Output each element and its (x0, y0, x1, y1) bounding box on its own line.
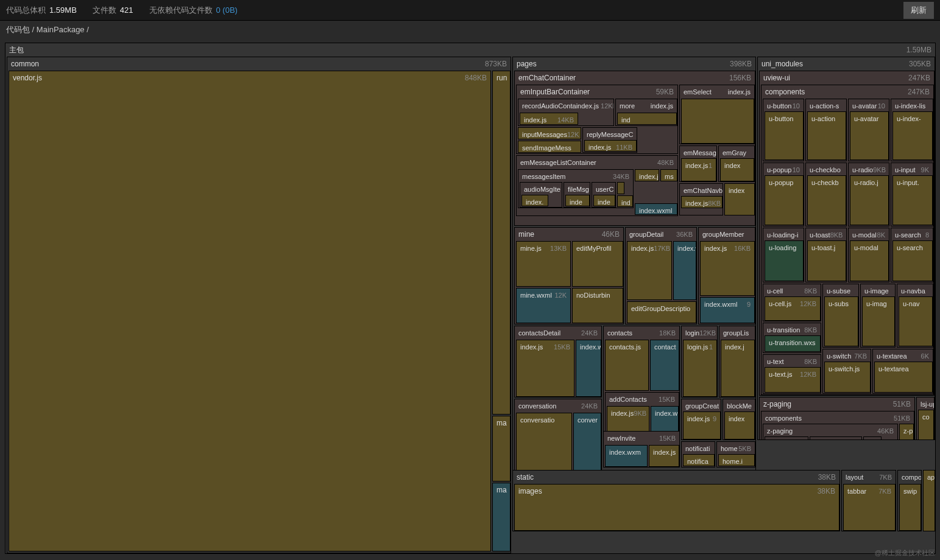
node-run[interactable]: run (492, 71, 511, 415)
node-login[interactable]: login12KB login.js1 (681, 326, 718, 397)
leaf[interactable]: index (724, 183, 755, 215)
node-msgItem[interactable]: messagesItem34KB audioMsgIteindex. fileM… (518, 169, 634, 208)
leaf[interactable]: mine.js13KB (516, 241, 571, 287)
refresh-button[interactable]: 刷新 (903, 2, 934, 19)
node-emMessage[interactable]: emMessagindex.js1 (679, 145, 717, 182)
node-common[interactable]: common873KB vendor.js848KB run ma ma (7, 57, 511, 553)
leaf[interactable]: index.wxm (605, 445, 648, 467)
node-usearch[interactable]: u-search8u-search (891, 228, 933, 282)
leaf[interactable]: ms (660, 169, 677, 181)
node-notif[interactable]: notificatinotifica (681, 441, 715, 467)
node-uview-comp[interactable]: components247KB u-button10u-button u-act… (761, 85, 934, 395)
node-tabbar[interactable]: tabbar7KB (843, 484, 896, 531)
node-uni[interactable]: uni_modules305KB uview-ui247KB component… (757, 57, 935, 440)
leaf[interactable]: index.w (576, 340, 601, 397)
node-home[interactable]: home5KBhome.i (716, 441, 755, 467)
node-lsj[interactable]: lsj-upco (916, 397, 935, 440)
node-zp[interactable]: z-paging46KB componenz-Daz-D z-paging wx… (763, 424, 898, 440)
node-newInvite[interactable]: newInvite15KB index.wxm index.js (603, 431, 680, 467)
node-utrans[interactable]: u-transition8KBu-transition.wxs (763, 323, 821, 353)
leaf[interactable]: login.js1 (683, 340, 717, 397)
leaf[interactable]: z-p (899, 424, 914, 440)
leaf[interactable]: ind (617, 113, 677, 125)
node-emSelect[interactable]: emSelectindex.js (679, 85, 755, 144)
leaf[interactable]: index.w (673, 241, 696, 300)
node-uview[interactable]: uview-ui247KB components247KB u-button10… (759, 71, 935, 396)
leaf[interactable]: index.j (635, 169, 659, 181)
node-inputMsg[interactable]: inputMessages12K (518, 127, 581, 139)
node-utext[interactable]: u-text8KBu-text.js12KB (763, 354, 821, 394)
leaf[interactable]: componenz-Daz-D (765, 436, 808, 440)
node-groupDetail[interactable]: groupDetail36KB index.js17KB index.w edi… (625, 227, 697, 324)
leaf[interactable]: userCinde (592, 182, 616, 208)
leaf[interactable]: editMyProfil (572, 241, 623, 287)
node-ucell[interactable]: u-cell8KBu-cell.js12KB (763, 284, 821, 321)
leaf[interactable]: mine.wxml12K (516, 288, 571, 323)
leaf[interactable]: index.js (649, 445, 679, 467)
node-emChat[interactable]: emChatContainer156KB emInputBarContainer… (514, 71, 755, 226)
node-images[interactable]: images38KB (514, 484, 839, 531)
node-reply[interactable]: replyMessageC index.js11KB (582, 127, 637, 153)
leaf[interactable]: index.j (721, 340, 755, 397)
node-uinput[interactable]: u-input9Ku-input. (891, 163, 933, 226)
breadcrumb[interactable]: 代码包 / MainPackage / (0, 21, 940, 39)
leaf[interactable]: index.js14KB (520, 113, 578, 125)
leaf[interactable]: fileMsginde (564, 182, 590, 208)
node-ma2[interactable]: ma (492, 483, 511, 551)
node-groupMembers[interactable]: groupMember index.js16KB index.wxml9 (698, 227, 755, 324)
node-emInput[interactable]: emInputBarContainer59KB recordAudioConta… (516, 85, 678, 154)
node-contactsDetail[interactable]: contactsDetail24KB index.js15KB index.w (514, 326, 602, 397)
node-utextarea[interactable]: u-textarea6Ku-textarea (872, 349, 933, 394)
node-emNav[interactable]: emChatNavbindex.js8KB (679, 183, 723, 215)
node-emList[interactable]: emMessageListContainer48KB messagesItem3… (516, 155, 678, 216)
node-uloading[interactable]: u-loading-iu-loading (763, 228, 804, 282)
leaf[interactable]: index.js17KB (627, 241, 672, 300)
node-sendImg[interactable]: sendImageMess (518, 141, 581, 153)
leaf[interactable] (617, 182, 624, 194)
node-more[interactable]: moreindex.js ind (615, 99, 677, 126)
node-upopup[interactable]: u-popup10u-popup (763, 163, 804, 226)
leaf[interactable]: index.wxml9 (700, 297, 755, 323)
leaf[interactable]: index.js16KB (700, 241, 755, 296)
leaf[interactable]: index.js11KB (584, 140, 637, 152)
node-pages[interactable]: pages398KB emChatContainer156KB emInputB… (512, 57, 756, 531)
node-usubse[interactable]: u-subseu-subs (822, 284, 859, 348)
leaf[interactable]: editGroupDescriptio (627, 301, 696, 323)
node-groupCreate[interactable]: groupCreatindex.js9 (681, 399, 721, 440)
leaf[interactable]: z-pz (863, 436, 882, 440)
node-uavatar[interactable]: u-avatar10u-avatar (848, 99, 889, 161)
node-umodal[interactable]: u-modal8Ku-modal (848, 228, 889, 282)
leaf[interactable]: index.js15KB (516, 340, 574, 397)
treemap-root[interactable]: 主包1.59MB common873KB vendor.js848KB run … (5, 43, 936, 554)
node-utoast[interactable]: u-toast8KBu-toast.j (805, 228, 847, 282)
leaf[interactable]: index.wxml (635, 203, 677, 215)
leaf[interactable]: ind (617, 195, 633, 207)
node-ucheck[interactable]: u-checkbou-checkb (805, 163, 847, 226)
node-zpaging-comp[interactable]: components51KB z-paging46KB componenz-Da… (761, 411, 914, 440)
node-static[interactable]: static38KB images38KB (512, 470, 840, 531)
leaf[interactable]: contact (650, 340, 679, 391)
node-uswitch[interactable]: u-switch7KBu-switch.js (822, 349, 871, 394)
node-vendor[interactable]: vendor.js848KB (9, 71, 491, 551)
node-uimage[interactable]: u-imageu-imag (860, 284, 896, 348)
leaf[interactable]: noDisturbin (572, 288, 623, 323)
leaf[interactable] (681, 99, 754, 144)
node-uradio[interactable]: u-radio9KBu-radio.j (848, 163, 889, 226)
node-recordAudio[interactable]: recordAudioContaindex.js 12KB index.js14… (518, 99, 614, 126)
node-compo[interactable]: composwip (897, 470, 922, 531)
node-layout[interactable]: layout7KB tabbar7KB (841, 470, 896, 531)
node-blockM[interactable]: blockMeindex (723, 399, 755, 440)
node-zpaging[interactable]: z-paging51KB components51KB z-paging46KB… (759, 397, 915, 440)
node-emGray[interactable]: emGrayindex (718, 145, 755, 182)
node-ubutton[interactable]: u-button10u-button (763, 99, 804, 161)
node-uindex[interactable]: u-index-lisu-index- (891, 99, 933, 161)
node-unavbar[interactable]: u-navbau-nav (897, 284, 933, 348)
node-app[interactable]: app (923, 470, 935, 531)
node-mine[interactable]: mine46KB mine.js13KB editMyProfil mine.w… (514, 227, 624, 324)
node-groupList[interactable]: groupLis index.j (719, 326, 755, 397)
node-uaction[interactable]: u-action-su-action (805, 99, 847, 161)
leaf[interactable]: audioMsgIteindex. (520, 182, 562, 208)
node-ma1[interactable]: ma (492, 416, 511, 481)
leaf[interactable]: contacts.js (605, 340, 649, 391)
leaf[interactable]: z-paging wxs11Kz-pag (810, 436, 862, 440)
